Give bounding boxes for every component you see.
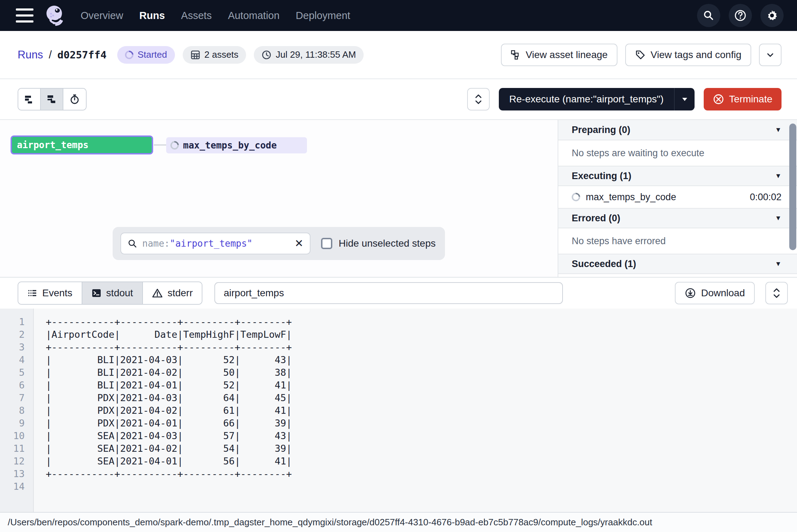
reexecute-button[interactable]: Re-execute (name:"airport_temps") (499, 88, 674, 110)
line-number: 2 (0, 328, 33, 341)
log-file-path: /Users/ben/repos/components_demo/spark-d… (8, 517, 652, 528)
checkbox[interactable] (321, 238, 332, 249)
tab-stdout[interactable]: stdout (82, 282, 143, 304)
assets-grid-icon (190, 50, 200, 60)
graph-node-max-temps-by-code[interactable]: max_temps_by_code (166, 137, 307, 153)
timer-view-button[interactable] (63, 89, 86, 110)
graph-edge (154, 144, 167, 146)
log-line: | BLI|2021-04-03| 52| 43| (46, 354, 797, 366)
search-icon (127, 239, 137, 248)
nav-right-icons (697, 4, 784, 27)
reexecute-dropdown-button[interactable] (674, 88, 695, 110)
search-icon (703, 10, 714, 21)
header-actions: View asset lineage View tags and config (501, 44, 782, 66)
line-number: 10 (0, 430, 33, 442)
line-number: 3 (0, 341, 33, 354)
section-body-preparing: No steps are waiting to execute (558, 140, 797, 166)
clear-search-icon[interactable]: ✕ (295, 238, 303, 249)
nav-item-assets[interactable]: Assets (181, 10, 212, 21)
toolbar-actions: Re-execute (name:"airport_temps") Termin… (467, 88, 782, 110)
view-asset-lineage-button[interactable]: View asset lineage (501, 44, 617, 66)
terminal-icon (92, 288, 101, 298)
log-viewer[interactable]: 1234567891011121314 +-----------+-------… (0, 309, 797, 512)
breadcrumb-runs-link[interactable]: Runs (18, 49, 43, 61)
op-graph-canvas[interactable]: airport_temps max_temps_by_code name:"ai… (0, 120, 558, 277)
tab-label: stdout (106, 287, 133, 299)
tag-icon (635, 50, 646, 60)
graph-view-button[interactable] (41, 89, 63, 110)
lineage-icon (511, 50, 521, 60)
breadcrumb: Runs / d0257ff4 (18, 49, 107, 61)
clock-icon (262, 50, 271, 60)
tab-label: stderr (168, 287, 193, 299)
line-number: 7 (0, 392, 33, 404)
log-actions: Download (675, 282, 788, 304)
help-icon (734, 9, 747, 22)
help-button[interactable] (729, 4, 752, 27)
tab-events[interactable]: Events (18, 282, 82, 304)
section-title: Succeeded (1) (572, 259, 636, 270)
caret-down-icon (681, 97, 688, 102)
nav-item-runs[interactable]: Runs (139, 10, 165, 21)
log-line: +-----------+----------+---------+------… (46, 341, 797, 354)
expand-logs-button[interactable] (765, 282, 788, 304)
graph-node-airport-temps[interactable]: airport_temps (11, 135, 153, 154)
log-gutter: 1234567891011121314 (0, 309, 34, 512)
chevron-down-icon: ▼ (775, 172, 782, 180)
section-header-preparing[interactable]: Preparing (0) ▼ (558, 120, 797, 140)
nav-links: Overview Runs Assets Automation Deployme… (81, 10, 350, 21)
nav-item-automation[interactable]: Automation (228, 10, 280, 21)
top-nav: Overview Runs Assets Automation Deployme… (0, 0, 797, 31)
run-steps-panel: Preparing (0) ▼ No steps are waiting to … (558, 120, 797, 277)
empty-state-text: No steps are waiting to execute (572, 148, 704, 159)
log-filter-input[interactable] (214, 282, 563, 304)
section-header-errored[interactable]: Errored (0) ▼ (558, 208, 797, 228)
section-header-succeeded[interactable]: Succeeded (1) ▼ (558, 254, 797, 274)
hide-unselected-steps-toggle[interactable]: Hide unselected steps (321, 238, 436, 249)
view-tags-config-button[interactable]: View tags and config (625, 44, 751, 66)
step-search-input[interactable]: name:"airport_temps" ✕ (120, 233, 310, 254)
nav-item-overview[interactable]: Overview (81, 10, 123, 21)
query-value: "airport_temps" (170, 238, 252, 249)
search-button[interactable] (697, 4, 720, 27)
gantt-view-button[interactable] (18, 89, 41, 110)
tab-label: Events (42, 287, 73, 299)
log-line (46, 480, 797, 493)
log-tabs: Events stdout stderr (18, 281, 202, 305)
section-header-executing[interactable]: Executing (1) ▼ (558, 166, 797, 186)
hamburger-menu-icon[interactable] (16, 8, 33, 23)
line-number: 5 (0, 366, 33, 379)
timestamp-badge-label: Jul 29, 11:38:55 AM (276, 49, 356, 60)
warning-icon (152, 288, 163, 298)
empty-state-text: No steps have errored (572, 236, 666, 247)
log-line: | SEA|2021-04-01| 56| 41| (46, 455, 797, 468)
status-badge-label: Started (138, 49, 167, 60)
download-button[interactable]: Download (675, 282, 755, 304)
line-number: 6 (0, 379, 33, 392)
more-actions-button[interactable] (759, 44, 782, 66)
log-line: +-----------+----------+---------+------… (46, 468, 797, 480)
section-body-errored: No steps have errored (558, 228, 797, 254)
chevron-down-icon: ▼ (775, 260, 782, 268)
chevron-down-icon (766, 50, 775, 59)
settings-button[interactable] (760, 4, 784, 27)
events-list-icon (27, 288, 37, 298)
terminate-button[interactable]: Terminate (704, 88, 782, 110)
tab-stderr[interactable]: stderr (143, 282, 202, 304)
nav-item-deployment[interactable]: Deployment (296, 10, 350, 21)
run-id: d0257ff4 (57, 49, 107, 61)
dagster-logo[interactable] (43, 4, 66, 27)
line-number: 12 (0, 455, 33, 468)
log-line: | PDX|2021-04-02| 61| 41| (46, 404, 797, 417)
zoom-fit-button[interactable] (467, 88, 490, 110)
expand-vertical-icon (772, 288, 781, 298)
hide-unselected-steps-label: Hide unselected steps (339, 238, 436, 249)
section-title: Errored (0) (572, 213, 620, 224)
panel-scrollbar[interactable] (789, 124, 796, 250)
executing-step-row[interactable]: max_temps_by_code 0:00:02 (558, 186, 797, 208)
gantt-icon (24, 94, 34, 104)
assets-badge[interactable]: 2 assets (183, 46, 246, 64)
chevron-down-icon: ▼ (775, 126, 782, 134)
reexecute-split-button: Re-execute (name:"airport_temps") (499, 88, 695, 110)
node-label: airport_temps (17, 140, 89, 150)
